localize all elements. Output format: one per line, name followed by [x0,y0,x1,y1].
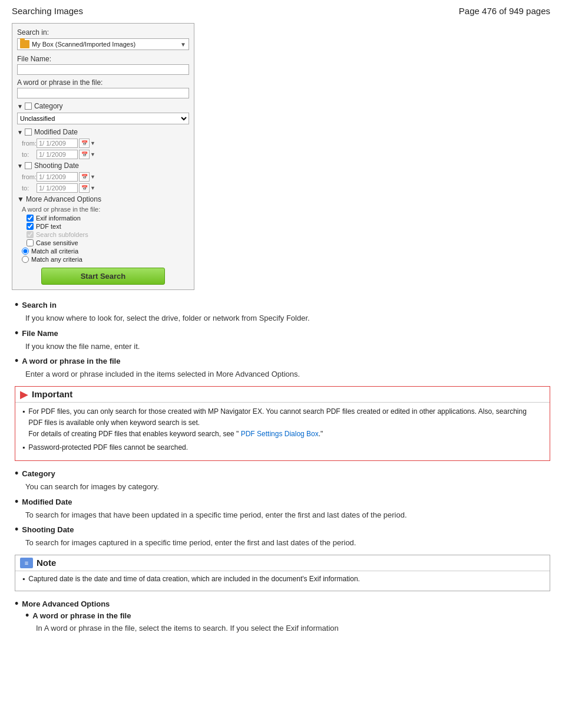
list-item: • More Advanced Options [15,599,550,609]
modified-to-input[interactable] [37,150,78,159]
pdf-checkbox[interactable] [27,223,34,230]
phrase-group: A word or phrase in the file: [17,78,189,98]
exif-checkbox[interactable] [27,215,34,222]
arrow-icon: ▼ [17,103,23,110]
case-checkbox-row: Case sensitive [17,239,189,246]
desc-shooting-date: To search for images captured in a speci… [25,537,550,549]
important-item-2: Password-protected PDF files cannot be s… [28,442,188,453]
list-item: Password-protected PDF files cannot be s… [22,442,543,453]
shooting-to-calendar-button[interactable]: 📅 [79,183,90,193]
file-name-input[interactable] [17,64,189,75]
modified-from-row: from: 📅 ▼ [17,139,189,148]
shooting-date-label: Shooting Date [34,162,79,170]
modified-to-label: to: [22,151,37,158]
case-checkbox[interactable] [27,239,34,246]
case-label: Case sensitive [36,239,78,246]
modified-from-input[interactable] [37,139,78,148]
modified-to-row: to: 📅 ▼ [17,150,189,159]
shooting-to-input[interactable] [37,183,78,193]
desc-category: You can search for images by category. [25,481,550,493]
page-title: Searching Images [12,6,83,16]
important-title: Important [32,389,72,399]
category-toggle[interactable]: ▼ Category [17,102,189,110]
bullet-icon: • [15,496,18,507]
search-in-label: Search in: [17,28,189,37]
match-any-radio-row: Match any criteria [17,256,189,263]
match-all-radio[interactable] [22,248,29,255]
list-item: • Modified Date [15,498,550,507]
list-item: Captured date is the date and time of da… [22,574,543,585]
modified-to-calendar-button[interactable]: 📅 [79,150,90,159]
page-number: Page 476 of 949 pages [459,6,550,16]
advanced-section: ▼ More Advanced Options A word or phrase… [17,195,189,263]
match-all-label: Match all criteria [31,248,78,255]
file-name-group: File Name: [17,55,189,75]
category-checkbox[interactable] [25,103,32,110]
modified-date-label: Modified Date [34,128,78,136]
term-search-in: Search in [22,301,57,309]
desc-modified-date: To search for images that have been upda… [25,509,550,521]
bullet-icon: • [15,328,18,338]
search-in-value: My Box (Scanned/Imported Images) [32,41,135,48]
bullet-icon: • [15,524,18,535]
category-select[interactable]: Unclassified [17,113,189,124]
search-in-dropdown[interactable]: My Box (Scanned/Imported Images) ▼ [17,38,189,50]
note-title: Note [37,558,56,568]
list-item: • Shooting Date [15,525,550,535]
shooting-date-checkbox[interactable] [25,162,32,169]
advanced-label: More Advanced Options [26,195,101,203]
term-file-name: File Name [22,329,58,338]
desc-file-name: If you know the file name, enter it. [25,341,550,353]
pdf-settings-link[interactable]: PDF Settings Dialog Box [241,430,319,438]
modified-from-dropdown-icon: ▼ [90,140,95,146]
match-any-radio[interactable] [22,256,29,263]
folder-icon [20,40,29,48]
shooting-from-row: from: 📅 ▼ [17,172,189,182]
pdf-checkbox-row: PDF text [17,223,189,230]
modified-from-label: from: [22,140,37,147]
bullet-icon: • [25,610,29,621]
modified-from-calendar-button[interactable]: 📅 [79,139,90,148]
note-content: Captured date is the date and time of da… [15,571,550,591]
arrow-icon: ▼ [17,129,23,136]
phrase-label: A word or phrase in the file: [17,78,189,87]
bullet-icon: • [15,598,18,609]
term-category: Category [22,469,55,478]
note-item-1: Captured date is the date and time of da… [28,574,360,585]
modified-date-toggle[interactable]: ▼ Modified Date [17,128,189,136]
term-modified-date: Modified Date [22,498,72,506]
note-icon: ≡ [20,558,33,568]
shooting-from-calendar-button[interactable]: 📅 [79,172,90,182]
shooting-to-row: to: 📅 ▼ [17,183,189,193]
file-name-label: File Name: [17,55,189,63]
modified-date-checkbox[interactable] [25,129,32,136]
bullet-icon: • [15,468,18,479]
page-header: Searching Images Page 476 of 949 pages [12,6,550,16]
pdf-label: PDF text [36,223,61,230]
shooting-to-dropdown-icon: ▼ [90,185,95,191]
advanced-toggle[interactable]: ▼ More Advanced Options [17,195,189,203]
search-in-row: My Box (Scanned/Imported Images) ▼ [17,38,189,50]
important-header: ▶ Important [15,387,550,402]
modified-to-dropdown-icon: ▼ [90,151,95,157]
term-phrase: A word or phrase in the file [22,357,120,365]
important-box: ▶ Important For PDF files, you can only … [15,386,550,462]
chevron-down-icon: ▼ [180,41,186,48]
shooting-date-toggle[interactable]: ▼ Shooting Date [17,162,189,170]
phrase-input[interactable] [17,88,189,98]
bullet-icon: • [15,299,18,310]
start-search-button[interactable]: Start Search [41,268,165,285]
subfolders-checkbox-row: Search subfolders [17,231,189,238]
subfolders-checkbox [27,231,34,238]
desc-phrase-sub: In A word or phrase in the file, select … [36,622,550,634]
exif-label: Exif information [36,215,81,222]
exif-checkbox-row: Exif information [17,215,189,222]
content-area: • Search in If you know where to look fo… [12,301,550,634]
note-box: ≡ Note Captured date is the date and tim… [15,555,550,591]
arrow-icon: ▼ [17,195,24,203]
list-item: • File Name [15,329,550,338]
subfolders-label: Search subfolders [36,231,88,238]
shooting-from-input[interactable] [37,172,78,182]
important-item-1: For PDF files, you can only search for t… [28,406,543,440]
adv-sub-label: A word or phrase in the file: [17,206,189,213]
